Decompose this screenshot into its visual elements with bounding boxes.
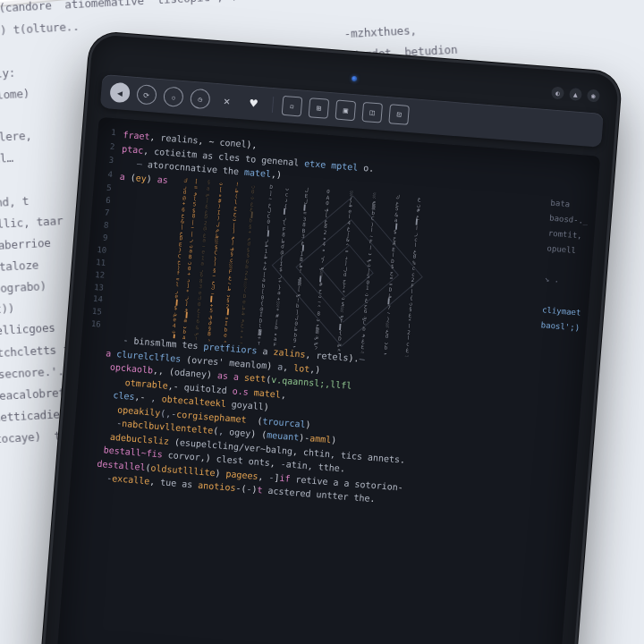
line-number [76,469,97,484]
line-number: 3 [100,154,121,169]
code-editor[interactable]: 1fraet, realins, ~ conel),2ptac, cotieit… [55,117,600,644]
clock-button[interactable]: ◷ [190,89,211,110]
target-button[interactable]: ○ [163,86,184,107]
line-number: 2 [102,140,123,156]
side-hint: ↘ . [544,272,584,290]
line-number: 4 [99,168,120,183]
back-button[interactable]: ◀ [109,82,131,104]
flame-icon: ▲ [569,88,582,101]
refresh-button[interactable]: ⟳ [136,84,157,106]
moon-icon: ◐ [551,86,564,99]
line-number [80,413,101,428]
toolbar-separator [272,97,274,113]
layout-panel-3-button[interactable]: ▣ [335,100,356,122]
line-number [84,359,105,374]
status-icons: ◐ ▲ ◉ [551,86,600,102]
line-number [77,455,97,470]
tablet-device: ◐ ▲ ◉ ◀ ⟳ ○ ◷ ✕ ♥ ▫ ⊞ ▣ ◫ ⊡ 1fraet, real… [43,34,620,644]
layout-panel-4-button[interactable]: ◫ [361,102,383,123]
line-number [82,386,103,402]
layout-panel-2-button[interactable]: ⊞ [309,97,330,119]
line-number [81,400,102,415]
favorite-button[interactable]: ♥ [243,92,265,114]
line-number [79,428,99,443]
close-button[interactable]: ✕ [216,90,238,112]
side-hint: baosl';) [540,318,580,335]
line-number [86,344,106,360]
line-number [78,441,98,456]
front-camera [352,76,357,81]
water-icon: ◉ [587,89,600,103]
layout-panel-5-button[interactable]: ⊡ [388,104,410,125]
line-number [83,372,104,387]
line-number [87,331,107,346]
line-number: 1 [103,126,123,141]
layout-panel-1-button[interactable]: ▫ [282,96,303,117]
